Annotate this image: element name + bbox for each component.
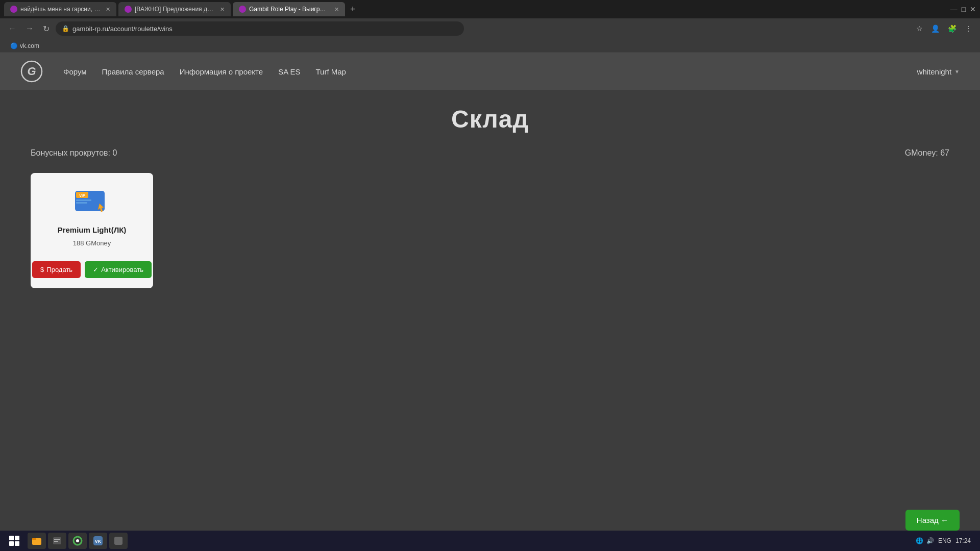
browser-tab-1[interactable]: найдёшь меня на гарсии, я там... ✕	[4, 2, 116, 16]
svg-text:G: G	[27, 65, 36, 78]
back-button-label: Назад ←	[917, 516, 948, 524]
bookmark-star-icon[interactable]: ☆	[913, 22, 926, 35]
tab-title-1: найдёшь меня на гарсии, я там...	[20, 6, 101, 13]
gmoney-label: GMoney:	[905, 148, 938, 157]
username-label: whitenight	[917, 67, 952, 76]
activate-button-0[interactable]: ✓ Активировать	[85, 261, 152, 278]
dollar-icon: $	[40, 266, 44, 273]
network-icon: 🌐	[916, 537, 923, 544]
svg-rect-9	[32, 538, 36, 540]
folder-icon	[32, 536, 42, 546]
user-menu[interactable]: whitenight ▼	[917, 67, 960, 76]
tab-bar-controls: — □ ✕	[950, 5, 976, 13]
back-nav-button[interactable]: ←	[5, 22, 19, 35]
bookmarks-bar: 🔵 vk.com	[0, 39, 980, 53]
more-icon[interactable]: ⋮	[962, 22, 975, 35]
taskbar-icon-file[interactable]	[28, 533, 46, 549]
tab-close-3[interactable]: ✕	[334, 6, 339, 13]
sell-label-0: Продать	[46, 266, 72, 273]
vk-icon: VK	[93, 536, 103, 546]
taskbar-icon-unknown[interactable]	[109, 533, 128, 549]
svg-point-14	[76, 539, 79, 542]
nav-turfmap[interactable]: Turf Map	[315, 67, 346, 76]
tab-favicon-3	[239, 6, 246, 13]
bonus-spins: Бонусных прокрутов: 0	[31, 148, 117, 158]
taskbar: VK 🌐 🔊 ENG 17:24	[0, 531, 980, 551]
taskbar-icon-chrome[interactable]	[68, 533, 87, 549]
vk-favicon: 🔵	[10, 42, 18, 49]
tab-bar: найдёшь меня на гарсии, я там... ✕ [ВАЖН…	[0, 0, 980, 18]
new-tab-button[interactable]: +	[347, 4, 359, 15]
profile-icon[interactable]: 👤	[928, 22, 943, 35]
taskbar-icon-vk[interactable]: VK	[89, 533, 107, 549]
browser-chrome: найдёшь меня на гарсии, я там... ✕ [ВАЖН…	[0, 0, 980, 53]
forward-nav-button[interactable]: →	[22, 22, 37, 35]
user-dropdown-arrow: ▼	[954, 69, 960, 74]
restore-button[interactable]: □	[962, 5, 966, 13]
minimize-button[interactable]: —	[950, 5, 958, 13]
start-button[interactable]	[4, 533, 24, 549]
browser-tab-2[interactable]: [ВАЖНО] Предложения для пл... ✕	[118, 2, 231, 16]
nav-forum[interactable]: Форум	[63, 67, 87, 76]
keyboard-lang: ENG	[938, 537, 951, 544]
bookmark-vk-label: vk.com	[20, 42, 39, 49]
item-name-0: Premium Light(ЛК)	[58, 226, 127, 234]
lock-icon: 🔒	[62, 25, 69, 32]
gmoney-display: GMoney: 67	[905, 148, 949, 158]
tab-title-3: Gambit Role Play - Выигрышн...	[249, 6, 329, 13]
browser-toolbar-right: ☆ 👤 🧩 ⋮	[913, 22, 975, 35]
items-grid: VIP Premium Light(ЛК) 188 GMoney $ Прода…	[31, 173, 949, 288]
main-content: Склад Бонусных прокрутов: 0 GMoney: 67 V…	[0, 90, 980, 304]
item-price-0: 188 GMoney	[73, 239, 111, 247]
reload-button[interactable]: ↻	[40, 22, 53, 36]
tab-close-1[interactable]: ✕	[106, 6, 110, 13]
vip-card-svg: VIP	[74, 188, 110, 216]
system-tray-icons: 🌐 🔊	[916, 537, 934, 544]
svg-rect-17	[114, 537, 122, 545]
check-icon: ✓	[93, 266, 99, 273]
site-logo[interactable]: G	[20, 60, 43, 83]
svg-rect-12	[54, 541, 58, 542]
site-header: G Форум Правила сервера Информация о про…	[0, 53, 980, 90]
nav-rules[interactable]: Правила сервера	[102, 67, 164, 76]
taskbar-right: 🌐 🔊 ENG 17:24	[916, 537, 976, 544]
item-card-0: VIP Premium Light(ЛК) 188 GMoney $ Прода…	[31, 173, 153, 288]
system-time: 17:24	[955, 537, 971, 544]
address-text: gambit-rp.ru/account/roulette/wins	[72, 25, 173, 33]
stats-bar: Бонусных прокрутов: 0 GMoney: 67	[31, 148, 949, 158]
svg-text:VK: VK	[95, 539, 102, 544]
gmoney-value: 67	[940, 148, 949, 157]
tab-favicon-2	[125, 6, 132, 13]
svg-text:VIP: VIP	[79, 194, 85, 197]
browser-nav-bar: ← → ↻ 🔒 gambit-rp.ru/account/roulette/wi…	[0, 18, 980, 39]
activate-label-0: Активировать	[101, 266, 143, 273]
bookmark-vk[interactable]: 🔵 vk.com	[6, 41, 43, 51]
close-button[interactable]: ✕	[970, 5, 976, 13]
taskbar-icon-explorer[interactable]	[48, 533, 66, 549]
logo-icon: G	[20, 60, 43, 83]
explorer-icon	[52, 536, 62, 546]
taskbar-pinned-apps: VK	[24, 533, 128, 549]
page-title: Склад	[31, 105, 949, 133]
site-nav: Форум Правила сервера Информация о проек…	[63, 67, 346, 76]
tab-close-2[interactable]: ✕	[220, 6, 225, 13]
tab-title-2: [ВАЖНО] Предложения для пл...	[135, 6, 215, 13]
volume-icon: 🔊	[926, 537, 934, 544]
windows-icon	[9, 536, 19, 546]
item-icon-vip: VIP	[74, 188, 110, 216]
browser-tab-3[interactable]: Gambit Role Play - Выигрышн... ✕	[233, 2, 345, 16]
nav-info[interactable]: Информация о проекте	[180, 67, 263, 76]
bonus-spins-label: Бонусных прокрутов:	[31, 148, 110, 157]
nav-saes[interactable]: SA ES	[278, 67, 300, 76]
card-buttons-0: $ Продать ✓ Активировать	[32, 261, 152, 278]
svg-rect-6	[76, 202, 87, 204]
svg-rect-11	[54, 539, 60, 540]
bonus-spins-value: 0	[112, 148, 117, 157]
extension-icon[interactable]: 🧩	[945, 22, 960, 35]
address-bar[interactable]: 🔒 gambit-rp.ru/account/roulette/wins	[56, 21, 464, 36]
sell-button-0[interactable]: $ Продать	[32, 261, 81, 278]
unknown-app-icon	[113, 536, 124, 546]
back-to-roulette-button[interactable]: Назад ←	[905, 510, 960, 531]
svg-rect-5	[76, 199, 91, 201]
tab-favicon-1	[10, 6, 17, 13]
